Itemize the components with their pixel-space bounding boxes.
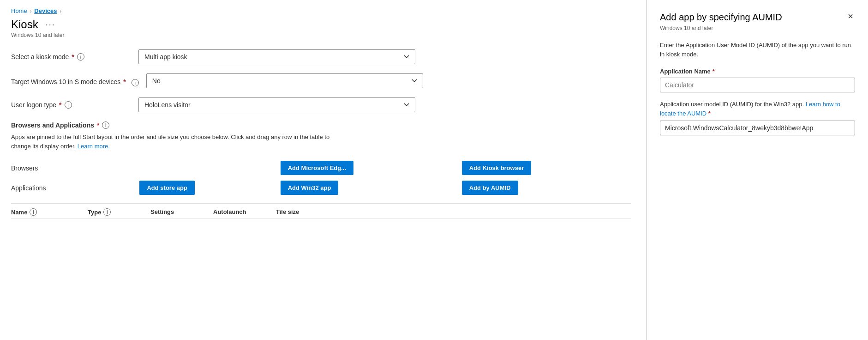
applications-label: Applications (11, 178, 136, 198)
logon-type-select[interactable]: HoloLens visitor Azure AD user or group … (138, 97, 415, 112)
page-title: Kiosk (11, 18, 38, 31)
browsers-apps-required: * (97, 121, 99, 129)
logon-type-label: User logon type * i (11, 97, 131, 109)
browsers-apps-label: Browsers and Applications * i (11, 121, 631, 129)
browsers-apps-section: Browsers and Applications * i Apps are p… (11, 121, 631, 219)
logon-type-control: HoloLens visitor Azure AD user or group … (138, 97, 415, 112)
kiosk-mode-info-icon[interactable]: i (77, 53, 84, 61)
apps-buttons-table: Browsers Add Microsoft Edg... Add Kiosk … (11, 158, 631, 198)
left-panel: Home › Devices › Kiosk ··· Windows 10 an… (0, 0, 647, 340)
breadcrumb-home[interactable]: Home (11, 7, 27, 14)
kiosk-mode-select[interactable]: Multi app kiosk Single app, full-screen … (138, 49, 415, 64)
s-mode-row: Target Windows 10 in S mode devices * i … (11, 73, 631, 88)
browsers-apps-desc: Apps are pinned to the full Start layout… (11, 133, 334, 151)
learn-more-link[interactable]: Learn more. (78, 143, 110, 150)
page-title-container: Kiosk ··· (11, 18, 631, 31)
s-mode-control: No Yes (146, 73, 423, 88)
breadcrumb: Home › Devices › (11, 7, 631, 14)
s-mode-info-icon[interactable]: i (132, 79, 139, 86)
col-autolaunch-header: Autolaunch (213, 208, 269, 216)
s-mode-select[interactable]: No Yes (146, 73, 423, 88)
col-settings-header: Settings (150, 208, 206, 216)
app-name-required: * (712, 68, 715, 75)
panel-subtitle: Windows 10 and later (660, 25, 855, 31)
add-aumid-button[interactable]: Add by AUMID (462, 181, 518, 195)
aumid-field-desc: Application user model ID (AUMID) for th… (660, 100, 855, 118)
column-headers: Name i Type i Settings Autolaunch Tile s… (11, 204, 631, 219)
kiosk-mode-row: Select a kiosk mode * i Multi app kiosk … (11, 49, 631, 64)
col-tilesize-header: Tile size (276, 208, 331, 216)
breadcrumb-chevron-1: › (30, 8, 32, 14)
page-subtitle: Windows 10 and later (11, 32, 631, 38)
browsers-row: Browsers Add Microsoft Edg... Add Kiosk … (11, 158, 631, 178)
applications-row: Applications Add store app Add Win32 app… (11, 178, 631, 198)
app-name-field-label: Application Name * (660, 68, 855, 75)
panel-desc: Enter the Application User Model ID (AUM… (660, 41, 855, 59)
add-store-button[interactable]: Add store app (139, 181, 194, 195)
col-name-info-icon[interactable]: i (30, 208, 37, 216)
logon-type-required: * (59, 101, 61, 109)
col-name-header: Name i (11, 208, 80, 216)
kiosk-mode-required: * (72, 53, 74, 61)
s-mode-required: * (123, 78, 126, 85)
kiosk-mode-control: Multi app kiosk Single app, full-screen … (138, 49, 415, 64)
breadcrumb-devices[interactable]: Devices (34, 7, 57, 14)
aumid-input[interactable] (660, 121, 855, 135)
table-header: Name i Type i Settings Autolaunch Tile s… (11, 203, 631, 219)
ellipsis-button[interactable]: ··· (43, 19, 58, 30)
app-name-input[interactable] (660, 78, 855, 92)
s-mode-label: Target Windows 10 in S mode devices * i (11, 73, 139, 86)
col-type-info-icon[interactable]: i (103, 208, 111, 216)
right-panel: Add app by specifying AUMID × Windows 10… (647, 0, 868, 340)
browsers-label: Browsers (11, 158, 136, 178)
add-win32-button[interactable]: Add Win32 app (281, 181, 339, 195)
aumid-required: * (708, 110, 711, 117)
add-kiosk-button[interactable]: Add Kiosk browser (462, 161, 531, 175)
panel-title: Add app by specifying AUMID (660, 11, 838, 23)
close-panel-button[interactable]: × (846, 11, 855, 22)
col-type-header: Type i (88, 208, 143, 216)
breadcrumb-chevron-2: › (60, 8, 62, 14)
browsers-apps-info-icon[interactable]: i (102, 121, 109, 129)
add-edge-button[interactable]: Add Microsoft Edg... (281, 161, 353, 175)
logon-type-info-icon[interactable]: i (65, 101, 72, 109)
logon-type-row: User logon type * i HoloLens visitor Azu… (11, 97, 631, 112)
panel-header: Add app by specifying AUMID × (660, 11, 855, 23)
kiosk-mode-label: Select a kiosk mode * i (11, 49, 131, 61)
